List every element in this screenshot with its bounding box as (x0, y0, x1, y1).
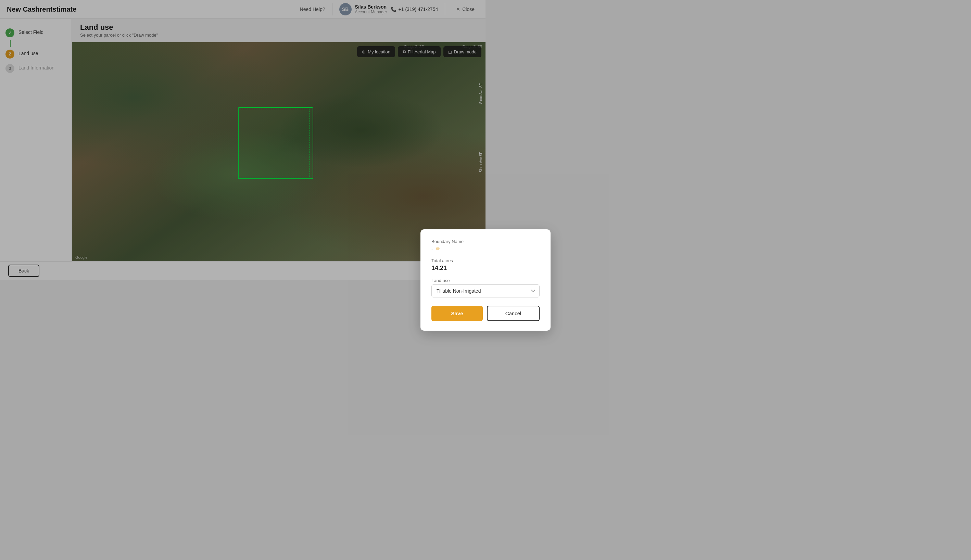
total-acres-value: 14.21 (431, 265, 486, 272)
modal-land-use-section: Land use Tillable Non-Irrigated Tillable… (431, 278, 486, 280)
modal-acres-section: Total acres 14.21 (431, 258, 486, 272)
edit-icon[interactable]: ✏ (436, 245, 440, 252)
boundary-name-value: - (431, 246, 433, 252)
modal-overlay: Boundary Name - ✏ Total acres 14.21 Land… (0, 0, 486, 280)
boundary-name-row: - ✏ (431, 245, 486, 252)
land-use-label: Land use (431, 278, 486, 280)
boundary-name-label: Boundary Name (431, 239, 486, 244)
boundary-modal: Boundary Name - ✏ Total acres 14.21 Land… (420, 229, 486, 280)
total-acres-label: Total acres (431, 258, 486, 263)
modal-boundary-section: Boundary Name - ✏ (431, 239, 486, 252)
